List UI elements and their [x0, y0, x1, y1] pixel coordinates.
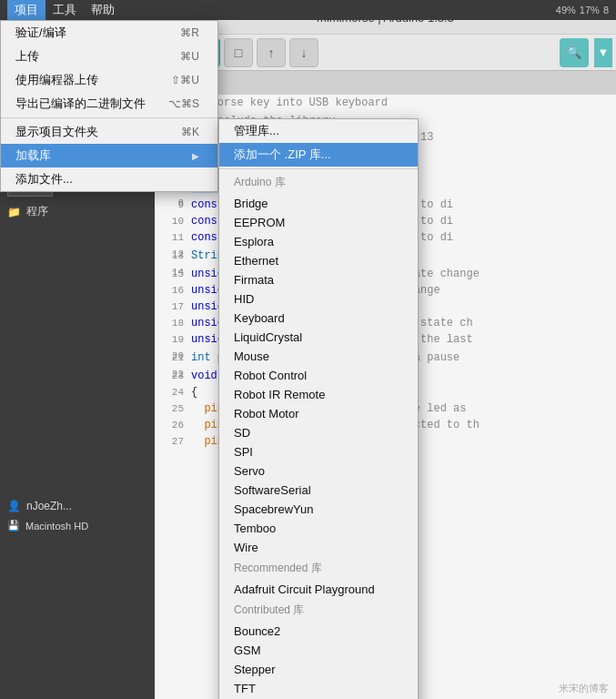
lib-tft[interactable]: TFT — [219, 679, 418, 698]
toolbar: ✓ → □ ↑ ↓ 🔍 ▼ — [155, 35, 616, 71]
lib-servo[interactable]: Servo — [219, 461, 418, 481]
sidebar-drive[interactable]: 💾 Macintosh HD — [0, 516, 155, 535]
menu-item-help[interactable]: 帮助 — [84, 0, 122, 20]
lib-bridge[interactable]: Bridge — [219, 194, 418, 213]
menu-add-file[interactable]: 添加文件... — [1, 167, 217, 191]
separator-1 — [1, 117, 217, 118]
menu-load-library[interactable]: 加载库 ▶ — [1, 144, 217, 167]
lib-liquidcrystal[interactable]: LiquidCrystal — [219, 328, 418, 347]
tab-bar: se — [155, 71, 616, 95]
program-icon: 📁 — [7, 206, 21, 218]
sidebar-joe[interactable]: 👤 nJoeZh... — [0, 496, 155, 516]
lib-stepper[interactable]: Stepper — [219, 660, 418, 679]
cpu-percent: 17% — [580, 5, 600, 15]
lib-hid[interactable]: HID — [219, 289, 418, 309]
status-num: 8 — [603, 5, 609, 15]
save-button[interactable]: ↓ — [289, 38, 318, 67]
lib-esplora[interactable]: Esplora — [219, 232, 418, 251]
sidebar-program[interactable]: 📁 程序 — [0, 200, 155, 223]
search-button[interactable]: 🔍 — [560, 38, 589, 67]
lib-spacebrewyun[interactable]: SpacebrewYun — [219, 500, 418, 519]
new-button[interactable]: □ — [224, 38, 253, 67]
arduino-lib-header: Arduino 库 — [219, 171, 418, 194]
menu-add-zip[interactable]: 添加一个 .ZIP 库... — [219, 143, 418, 167]
lib-eeprom[interactable]: EEPROM — [219, 213, 418, 232]
menu-show-folder[interactable]: 显示项目文件夹 ⌘K — [1, 120, 217, 144]
lib-spi[interactable]: SPI — [219, 442, 418, 461]
menu-verify[interactable]: 验证/编译 ⌘R — [1, 21, 217, 45]
lib-firmata[interactable]: Firmata — [219, 270, 418, 289]
contributed-lib-header: Contributed 库 — [219, 599, 418, 622]
lib-bounce2[interactable]: Bounce2 — [219, 622, 418, 641]
lib-adafruit[interactable]: Adafruit Circuit Playground — [219, 580, 418, 599]
lib-temboo[interactable]: Temboo — [219, 519, 418, 538]
library-submenu: 管理库... 添加一个 .ZIP 库... Arduino 库 Bridge E… — [218, 118, 419, 699]
person-icon: 👤 — [7, 500, 21, 512]
recommended-lib-header: Recommended 库 — [219, 557, 418, 580]
menu-export-binary[interactable]: 导出已编译的二进制文件 ⌥⌘S — [1, 92, 217, 116]
watermark: 米宋的博客 — [559, 682, 609, 695]
lib-gsm[interactable]: GSM — [219, 641, 418, 660]
menu-manage-libs[interactable]: 管理库... — [219, 119, 418, 143]
project-dropdown: 验证/编译 ⌘R 上传 ⌘U 使用编程器上传 ⇧⌘U 导出已编译的二进制文件 ⌥… — [0, 20, 218, 192]
lib-keyboard[interactable]: Keyboard — [219, 309, 418, 328]
lib-robot-ir[interactable]: Robot IR Remote — [219, 385, 418, 404]
lib-robot-control[interactable]: Robot Control — [219, 366, 418, 385]
code-line: 1// Morse key into USB keyboard — [155, 95, 616, 111]
lib-sd[interactable]: SD — [219, 423, 418, 442]
menu-upload-programmer[interactable]: 使用编程器上传 ⇧⌘U — [1, 68, 217, 92]
menu-item-tools[interactable]: 工具 — [45, 0, 84, 20]
lib-ethernet[interactable]: Ethernet — [219, 251, 418, 270]
menu-item-project[interactable]: 项目 — [7, 0, 45, 20]
dropdown-button[interactable]: ▼ — [594, 38, 612, 67]
drive-icon: 💾 — [7, 520, 20, 532]
separator-lib — [219, 168, 418, 169]
open-button[interactable]: ↑ — [257, 38, 286, 67]
menu-bar: 项目 工具 帮助 49% 17% 8 — [0, 0, 616, 20]
lib-wire[interactable]: Wire — [219, 538, 418, 557]
menu-bar-status: 49% 17% 8 — [556, 5, 609, 15]
menu-upload[interactable]: 上传 ⌘U — [1, 45, 217, 68]
battery-percent: 49% — [556, 5, 576, 15]
lib-robot-motor[interactable]: Robot Motor — [219, 404, 418, 423]
lib-mouse[interactable]: Mouse — [219, 347, 418, 366]
lib-softwareserial[interactable]: SoftwareSerial — [219, 481, 418, 500]
